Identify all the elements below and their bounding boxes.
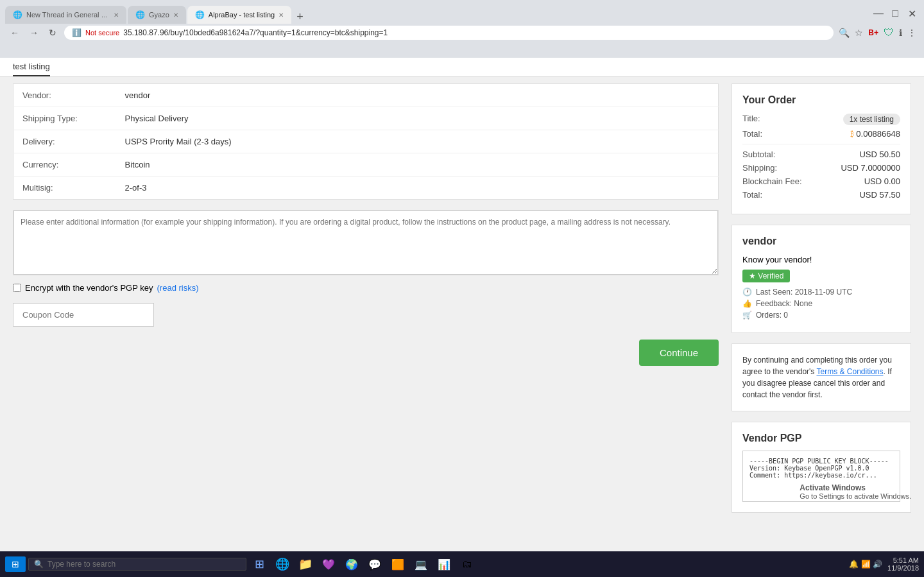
currency-label: Currency: (13, 153, 116, 177)
bookmark-icon[interactable]: ☆ (855, 28, 863, 38)
taskbar-search-icon: 🔍 (34, 560, 44, 569)
right-column: Your Order Title: 1x test listing Total:… (732, 83, 911, 523)
terms-link[interactable]: Terms & Conditions (816, 367, 883, 376)
order-total-btc-label: Total: (742, 129, 762, 139)
clock-icon: 🕐 (742, 288, 752, 297)
title-bar: 🌐 New Thread in General Sellers M... ✕ 🌐… (0, 0, 924, 23)
vendor-value: vendor (116, 84, 719, 107)
multisig-value: 2-of-3 (116, 177, 719, 200)
taskbar-app-app7[interactable]: 💻 (411, 554, 431, 574)
taskbar-app-app4[interactable]: 🌍 (341, 554, 362, 574)
blockchain-fee-row: Blockchain Fee: USD 0.00 (742, 177, 900, 186)
blockchain-fee-label: Blockchain Fee: (742, 177, 802, 186)
additional-info-textarea[interactable] (13, 211, 718, 275)
btc-icon: ₿ (850, 130, 854, 138)
back-button[interactable]: ← (8, 26, 22, 39)
currency-row: Currency: Bitcoin (13, 153, 719, 177)
orders-text: Orders: 0 (756, 311, 788, 320)
window-controls: — □ ✕ (874, 9, 919, 18)
system-tray-icons: 🔔 📶 🔊 (849, 560, 882, 569)
minimize-button[interactable]: — (874, 9, 883, 18)
browser-toolbar-icons: 🔍 ☆ B+ 🛡 ℹ ⋮ (839, 27, 916, 39)
taskbar-app-app3[interactable]: 💜 (318, 554, 339, 574)
encrypt-checkbox[interactable] (13, 284, 21, 292)
page-tab-test-listing[interactable]: test listing (13, 58, 50, 76)
maximize-button[interactable]: □ (891, 9, 900, 18)
delivery-value: USPS Prority Mail (2-3 days) (116, 130, 719, 153)
shipping-label: Shipping: (742, 163, 777, 173)
refresh-button[interactable]: ↻ (46, 26, 59, 39)
browser-tab-1[interactable]: 🌐 New Thread in General Sellers M... ✕ (5, 6, 126, 24)
coupon-code-input[interactable] (13, 303, 154, 327)
feedback-row: 👍 Feedback: None (742, 299, 900, 308)
order-total-usd-label: Total: (742, 190, 762, 200)
ext-icon-1[interactable]: B+ (868, 28, 878, 37)
cart-icon: 🛒 (742, 311, 752, 320)
order-info-table: Vendor: vendor Shipping Type: Physical D… (13, 83, 719, 200)
new-tab-button[interactable]: + (291, 10, 309, 24)
order-total-btc-row: Total: ₿ 0.00886648 (742, 129, 900, 139)
address-bar: ← → ↻ ℹ️ Not secure 35.180.87.96/buy/10b… (0, 23, 924, 42)
browser-tab-3[interactable]: 🌐 AlpraBay - test listing ✕ (187, 6, 291, 24)
taskbar-app-chrome[interactable]: 🌐 (272, 554, 293, 574)
close-button[interactable]: ✕ (907, 9, 916, 18)
info-textarea-wrapper (13, 210, 719, 275)
not-secure-label: Not secure (85, 29, 119, 37)
delivery-label: Delivery: (13, 130, 116, 153)
taskbar: ⊞ 🔍 ⊞ 🌐 📁 💜 🌍 💬 🟧 💻 📊 🗂 🔔 📶 🔊 5:51 AM 11… (0, 551, 924, 577)
taskbar-app-task-view[interactable]: ⊞ (249, 554, 270, 574)
order-total-usd-value: USD 57.50 (859, 190, 900, 200)
taskbar-date-display: 11/9/2018 (887, 564, 919, 572)
forward-button[interactable]: → (27, 26, 41, 39)
menu-icon[interactable]: ⋮ (907, 28, 916, 38)
vendor-pgp-card: Vendor PGP -----BEGIN PGP PUBLIC KEY BLO… (732, 422, 911, 513)
your-order-title: Your Order (742, 94, 900, 106)
start-button[interactable]: ⊞ (5, 556, 26, 572)
terms-card: By continuing and completing this order … (732, 343, 911, 411)
taskbar-app-app5[interactable]: 💬 (364, 554, 385, 574)
shipping-value: USD 7.0000000 (841, 163, 900, 173)
continue-button[interactable]: Continue (639, 340, 719, 366)
taskbar-right-area: 🔔 📶 🔊 5:51 AM 11/9/2018 (849, 556, 919, 572)
read-risks-link[interactable]: (read risks) (157, 283, 199, 293)
url-display[interactable]: 35.180.87.96/buy/10bded6a981624a7/?quant… (123, 28, 388, 37)
taskbar-app-app8[interactable]: 📊 (434, 554, 454, 574)
your-order-card: Your Order Title: 1x test listing Total:… (732, 83, 911, 214)
multisig-label: Multisig: (13, 177, 116, 200)
vendor-label: Vendor: (13, 84, 116, 107)
pgp-content: -----BEGIN PGP PUBLIC KEY BLOCK----- Ver… (749, 458, 893, 479)
taskbar-app-explorer[interactable]: 📁 (295, 554, 316, 574)
orders-row: 🛒 Orders: 0 (742, 311, 900, 320)
shipping-row: Shipping: USD 7.0000000 (742, 163, 900, 173)
listing-badge: 1x test listing (843, 114, 900, 125)
continue-row: Continue (13, 340, 719, 366)
left-column: Vendor: vendor Shipping Type: Physical D… (13, 83, 719, 523)
tab1-icon: 🌐 (13, 10, 22, 19)
blockchain-fee-value: USD 0.00 (864, 177, 900, 186)
taskbar-app-app6[interactable]: 🟧 (388, 554, 408, 574)
taskbar-app-app9[interactable]: 🗂 (457, 554, 477, 574)
last-seen-row: 🕐 Last Seen: 2018-11-09 UTC (742, 288, 900, 297)
currency-value: Bitcoin (116, 153, 719, 177)
ext-icon-2[interactable]: 🛡 (884, 27, 894, 39)
thumb-icon: 👍 (742, 299, 752, 308)
encrypt-row: Encrypt with the vendor's PGP key (read … (13, 283, 719, 293)
tab1-close[interactable]: ✕ (114, 12, 119, 19)
taskbar-search-box[interactable]: 🔍 (28, 558, 246, 571)
lock-icon: ℹ️ (72, 28, 81, 37)
vendor-card: vendor Know your vendor! ★ Verified 🕐 La… (732, 225, 911, 333)
tab2-close[interactable]: ✕ (173, 12, 178, 19)
know-your-vendor-text: Know your vendor! (742, 255, 900, 264)
tab3-close[interactable]: ✕ (278, 12, 284, 19)
tab2-icon: 🌐 (135, 10, 145, 19)
order-total-btc-value: ₿ 0.00886648 (850, 129, 900, 139)
search-icon[interactable]: 🔍 (839, 28, 850, 38)
verified-badge: ★ Verified (742, 270, 790, 282)
tab2-label: Gyazo (149, 11, 169, 19)
browser-tab-2[interactable]: 🌐 Gyazo ✕ (128, 6, 186, 24)
taskbar-search-input[interactable] (47, 560, 241, 569)
address-box[interactable]: ℹ️ Not secure 35.180.87.96/buy/10bded6a9… (64, 26, 834, 40)
windows-icon: ⊞ (12, 559, 19, 569)
ext-icon-3[interactable]: ℹ (899, 28, 902, 38)
vendor-row: Vendor: vendor (13, 84, 719, 107)
